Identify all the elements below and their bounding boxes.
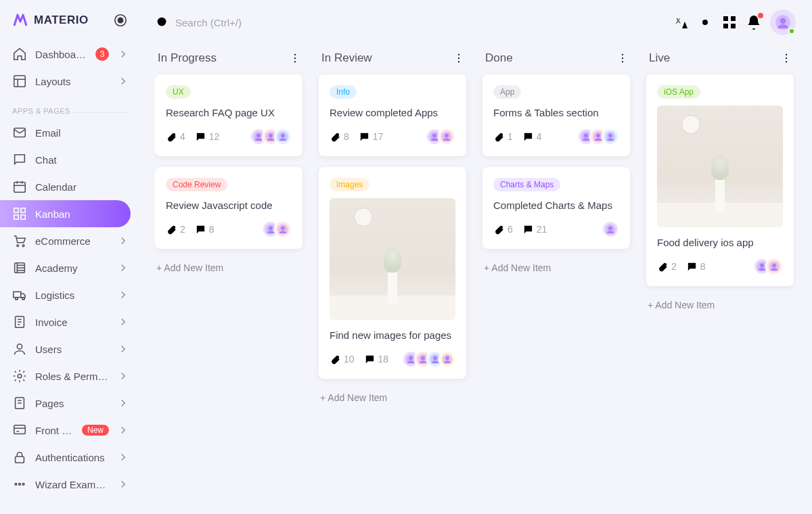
main-content: Search (Ctrl+/) In Progress UX Research … (139, 0, 812, 514)
chevron-right-icon (117, 48, 129, 60)
assignee-avatar[interactable] (602, 128, 619, 145)
sidebar-item-email[interactable]: Email (0, 119, 139, 146)
assignee-avatar[interactable] (438, 128, 455, 145)
attachment-icon (657, 261, 669, 273)
comments-count: 17 (373, 131, 384, 142)
card-footer: 8 17 (330, 128, 455, 145)
kanban-card[interactable]: Code Review Review Javascript code 2 8 (155, 167, 302, 249)
apps-grid-icon[interactable] (721, 14, 738, 30)
sidebar-item-kanban[interactable]: Kanban (0, 200, 131, 227)
column-menu-icon[interactable] (616, 52, 629, 64)
chevron-right-icon (117, 289, 129, 301)
sidebar-item-front-pages[interactable]: Front PagesNew (0, 417, 139, 444)
assignee-avatar[interactable] (438, 350, 456, 368)
status-online-dot (788, 28, 795, 34)
language-icon[interactable] (673, 14, 689, 30)
kanban-board: In Progress UX Research FAQ page UX 4 12… (155, 38, 796, 406)
attachments-count: 2 (671, 261, 677, 272)
column-title[interactable]: Live (649, 51, 670, 65)
chevron-right-icon (117, 370, 129, 382)
sidebar-item-layouts[interactable]: Layouts (0, 68, 139, 95)
kanban-card[interactable]: Images Find new images for pages 10 18 (319, 167, 466, 379)
sidebar-item-logistics[interactable]: Logistics (0, 281, 139, 308)
column-header: Done (482, 51, 630, 74)
assignee-avatar[interactable] (602, 220, 619, 238)
sidebar-item-academy[interactable]: Academy (0, 254, 139, 281)
collapse-toggle-icon[interactable] (113, 13, 128, 28)
assignee-avatar[interactable] (274, 128, 292, 145)
nav-section-header: APPS & PAGES (0, 95, 139, 119)
column-title[interactable]: Done (485, 51, 513, 65)
card-footer: 2 8 (657, 258, 783, 275)
column-title[interactable]: In Progress (158, 51, 217, 65)
comment-icon (195, 224, 206, 235)
kanban-icon (12, 206, 27, 221)
kanban-card[interactable]: Charts & Maps Completed Charts & Maps 6 … (482, 167, 630, 249)
attachment-icon (166, 224, 177, 235)
sidebar-item-label: Pages (35, 398, 109, 409)
user-avatar[interactable] (770, 9, 796, 35)
card-tag: Info (330, 85, 357, 99)
chevron-right-icon (117, 451, 129, 463)
comments-meta: 21 (522, 224, 547, 235)
sidebar-item-ecommerce[interactable]: eCommerce (0, 227, 139, 254)
assignee-list (753, 258, 783, 275)
attachments-meta: 8 (330, 131, 349, 143)
sidebar-item-users[interactable]: Users (0, 335, 139, 363)
add-item-button[interactable]: + Add New Item (319, 390, 466, 406)
comment-icon (522, 131, 534, 143)
add-item-button[interactable]: + Add New Item (155, 260, 302, 276)
avatar-face-icon (441, 131, 453, 143)
add-item-button[interactable]: + Add New Item (646, 297, 794, 313)
sidebar-item-chat[interactable]: Chat (0, 146, 139, 173)
comments-meta: 17 (359, 131, 384, 143)
column-menu-icon[interactable] (453, 52, 465, 64)
attachment-icon (493, 224, 505, 235)
kanban-card[interactable]: Info Review completed Apps 8 17 (319, 74, 466, 156)
sidebar-item-dashboards[interactable]: Dashboards3 (0, 41, 139, 68)
sidebar-item-roles-permissi-[interactable]: Roles & Permissi... (0, 363, 139, 390)
search-icon (155, 15, 170, 30)
comments-meta: 8 (686, 261, 706, 273)
sidebar-item-label: Layouts (35, 76, 109, 87)
sidebar-item-authentications[interactable]: Authentications (0, 444, 139, 471)
card-title: Review Javascript code (166, 198, 292, 212)
comments-count: 8 (209, 224, 215, 235)
comments-count: 8 (700, 261, 706, 272)
sidebar-item-pages[interactable]: Pages (0, 390, 139, 417)
assignee-avatar[interactable] (765, 258, 783, 275)
cart-icon (12, 233, 27, 248)
column-menu-icon[interactable] (289, 52, 301, 64)
column-menu-icon[interactable] (780, 52, 792, 64)
column-title[interactable]: In Review (321, 51, 372, 65)
kanban-card[interactable]: UX Research FAQ page UX 4 12 (155, 74, 302, 156)
avatar-face-icon (441, 353, 453, 365)
sidebar-item-wizard-examples[interactable]: Wizard Examples (0, 471, 139, 498)
sidebar-item-label: Wizard Examples (35, 479, 109, 490)
search-box[interactable]: Search (Ctrl+/) (155, 15, 242, 30)
kanban-card[interactable]: App Forms & Tables section 1 4 (482, 74, 630, 156)
card-footer: 1 4 (493, 128, 619, 145)
column-header: Live (646, 51, 794, 74)
comments-meta: 12 (195, 131, 220, 143)
theme-toggle-icon[interactable] (697, 14, 713, 30)
assignee-avatar[interactable] (274, 220, 292, 238)
mail-icon (12, 125, 27, 140)
comments-meta: 18 (364, 354, 389, 365)
kanban-card[interactable]: iOS App Food delivery ios app 2 8 (646, 74, 794, 286)
card-tag: iOS App (657, 85, 700, 99)
sidebar-item-label: Logistics (35, 289, 109, 301)
sidebar-item-label: Users (35, 344, 109, 355)
academy-icon (12, 260, 27, 275)
attachments-meta: 1 (493, 131, 513, 143)
assignee-list (426, 128, 455, 145)
calendar-icon (12, 179, 27, 194)
sidebar-item-invoice[interactable]: Invoice (0, 308, 139, 335)
notifications-button[interactable] (746, 14, 762, 30)
add-item-button[interactable]: + Add New Item (482, 260, 630, 276)
topbar: Search (Ctrl+/) (155, 7, 796, 38)
dots-icon (12, 477, 27, 492)
attachment-icon (330, 354, 341, 365)
column-done: Done App Forms & Tables section 1 4 Char… (482, 51, 630, 406)
sidebar-item-calendar[interactable]: Calendar (0, 173, 139, 200)
